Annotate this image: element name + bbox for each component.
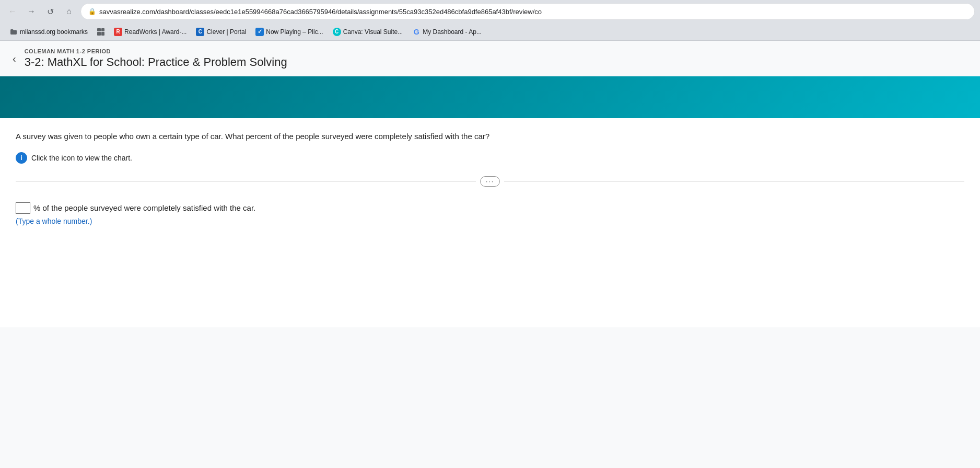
clever-icon: C: [196, 28, 204, 36]
question-text: A survey was given to people who own a c…: [16, 131, 964, 143]
info-icon[interactable]: i: [16, 152, 27, 164]
answer-input[interactable]: [16, 202, 30, 214]
address-bar[interactable]: 🔒 savvasrealize.com/dashboard/classes/ee…: [80, 3, 975, 20]
home-button[interactable]: ⌂: [62, 4, 76, 19]
divider-row: ···: [16, 176, 964, 187]
lock-icon: 🔒: [88, 8, 96, 15]
bookmark-nowplaying-label: Now Playing – Plic...: [266, 28, 323, 36]
answer-suffix-text: % of the people surveyed were completely…: [33, 203, 255, 212]
teal-header-bar: [0, 76, 980, 118]
bookmark-readworks[interactable]: R ReadWorks | Award-...: [110, 26, 191, 38]
bookmark-milanssd-label: milanssd.org bookmarks: [20, 28, 88, 36]
bookmark-readworks-label: ReadWorks | Award-...: [124, 28, 186, 36]
bookmarks-bar: milanssd.org bookmarks R ReadWorks | Awa…: [0, 23, 980, 41]
divider-right: [504, 181, 964, 181]
back-button[interactable]: ←: [5, 4, 20, 19]
info-text: Click the icon to view the chart.: [31, 154, 132, 162]
bookmark-mydashboard[interactable]: G My Dashboard - Ap...: [408, 26, 486, 38]
bookmark-canva-label: Canva: Visual Suite...: [343, 28, 403, 36]
bookmark-apps[interactable]: [93, 27, 109, 37]
refresh-button[interactable]: ↺: [43, 4, 57, 19]
apps-icon: [97, 28, 104, 36]
divider-left: [16, 181, 476, 181]
readworks-icon: R: [114, 28, 122, 36]
url-text: savvasrealize.com/dashboard/classes/eedc…: [99, 8, 542, 16]
ellipsis-button[interactable]: ···: [480, 176, 500, 187]
answer-hint: (Type a whole number.): [16, 217, 964, 225]
page-header: ‹ COLEMAN MATH 1-2 PERIOD 3-2: MathXL fo…: [0, 41, 980, 74]
bookmark-clever-label: Clever | Portal: [206, 28, 246, 36]
nav-bar: ← → ↺ ⌂ 🔒 savvasrealize.com/dashboard/cl…: [0, 0, 980, 23]
header-info: COLEMAN MATH 1-2 PERIOD 3-2: MathXL for …: [25, 48, 287, 69]
answer-line: % of the people surveyed were completely…: [16, 202, 964, 214]
forward-button[interactable]: →: [24, 4, 39, 19]
bookmark-milanssd[interactable]: milanssd.org bookmarks: [5, 26, 92, 38]
question-area: A survey was given to people who own a c…: [0, 118, 980, 327]
browser-chrome: ← → ↺ ⌂ 🔒 savvasrealize.com/dashboard/cl…: [0, 0, 980, 41]
course-label: COLEMAN MATH 1-2 PERIOD: [25, 48, 287, 54]
answer-field[interactable]: [16, 203, 30, 213]
back-chevron-icon: ‹: [13, 53, 16, 65]
check-icon: ✓: [255, 28, 264, 36]
back-to-assignment-button[interactable]: ‹: [10, 51, 18, 67]
answer-area: % of the people surveyed were completely…: [16, 197, 964, 225]
google-icon: G: [412, 28, 421, 36]
folder-icon: [9, 28, 18, 36]
canva-icon: C: [333, 28, 341, 36]
bookmark-canva[interactable]: C Canva: Visual Suite...: [329, 26, 407, 38]
page-content: ‹ COLEMAN MATH 1-2 PERIOD 3-2: MathXL fo…: [0, 41, 980, 468]
bookmark-mydashboard-label: My Dashboard - Ap...: [423, 28, 482, 36]
bookmark-clever[interactable]: C Clever | Portal: [192, 26, 250, 38]
info-row: i Click the icon to view the chart.: [16, 152, 964, 164]
assignment-title: 3-2: MathXL for School: Practice & Probl…: [25, 55, 287, 69]
bookmark-nowplaying[interactable]: ✓ Now Playing – Plic...: [251, 26, 327, 38]
